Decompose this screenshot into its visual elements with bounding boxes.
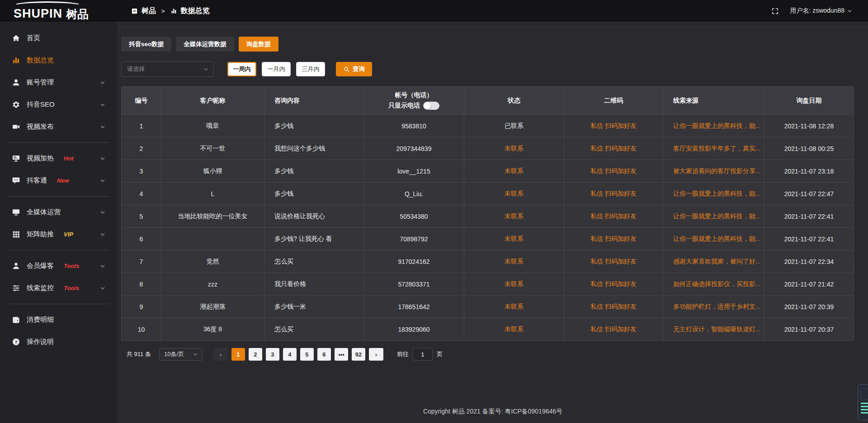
fullscreen-icon[interactable]	[771, 7, 779, 15]
cell-account: Q_Liu.	[364, 183, 464, 205]
page-button-2[interactable]: 2	[249, 348, 262, 361]
jump-page-input[interactable]	[413, 348, 433, 361]
qr-actions-link[interactable]: 私信 扫码加好友	[590, 190, 637, 197]
qr-actions-link[interactable]: 私信 扫码加好友	[590, 122, 637, 129]
user-menu[interactable]: 用户名: zswodun88	[790, 7, 853, 15]
sidebar-item-home[interactable]: 首页	[0, 27, 118, 49]
qr-actions-link[interactable]: 私信 扫码加好友	[590, 325, 637, 333]
sidebar-item-label: 会员爆客	[27, 262, 54, 270]
cell-qrcode: 私信 扫码加好友	[564, 160, 663, 183]
cell-date: 2021-11-07 21:42	[764, 273, 854, 296]
page-button-92[interactable]: 92	[352, 348, 365, 361]
sidebar-divider	[8, 142, 109, 143]
sliders-icon	[12, 284, 20, 292]
source-link[interactable]: 让你一眼就爱上的黑科技，能...	[673, 122, 761, 129]
prev-page-button[interactable]: ‹	[213, 348, 228, 361]
source-link[interactable]: 客厅安装投影半年多了，真实...	[673, 145, 761, 152]
sidebar-divider	[8, 304, 109, 304]
period-button-0[interactable]: 一周内	[227, 62, 256, 76]
sidebar-item-video-heat[interactable]: 视频加热Hot	[0, 147, 118, 169]
sidebar-item-consume-detail[interactable]: 消费明细	[0, 309, 118, 331]
sidebar-item-omni-media[interactable]: 全媒体运营	[0, 201, 118, 223]
sidebar-item-help[interactable]: ?操作说明	[0, 331, 118, 353]
col-header-no: 编号	[122, 87, 161, 115]
sidebar-badge: VIP	[64, 231, 73, 238]
period-button-1[interactable]: 一月内	[262, 62, 291, 76]
next-page-button[interactable]: ›	[369, 348, 383, 361]
sidebar-item-douketong[interactable]: 抖客通New	[0, 169, 118, 192]
app-logo[interactable]: SHUPIN 树品	[0, 0, 118, 22]
floating-widget[interactable]	[858, 384, 868, 420]
cell-nickname: 当地比较能吃的一位美女	[161, 205, 264, 228]
cell-no: 8	[122, 273, 161, 296]
logo-text-en: SHUPIN	[14, 8, 62, 20]
sidebar-item-douyin-seo[interactable]: 抖音SEO	[0, 94, 118, 116]
cell-qrcode: 私信 扫码加好友	[564, 205, 663, 228]
sidebar-item-account-manage[interactable]: 账号管理	[0, 71, 118, 94]
cell-status: 未联系	[464, 250, 564, 273]
total-count-label: 共 911 条	[127, 350, 151, 358]
filter-select[interactable]: 请选择	[121, 61, 214, 77]
col-header-nickname: 客户昵称	[161, 87, 264, 115]
table-row: 8zzz我只看价格572803371未联系私信 扫码加好友如何正确选择投影仪，买…	[122, 273, 854, 296]
qr-actions-link[interactable]: 私信 扫码加好友	[590, 235, 637, 242]
qr-actions-link[interactable]: 私信 扫码加好友	[590, 212, 637, 220]
bar-chart-mini-icon	[170, 8, 177, 14]
page-ellipsis-button[interactable]: •••	[335, 348, 348, 361]
source-link[interactable]: 让你一眼就爱上的黑科技，能...	[673, 235, 761, 242]
source-link[interactable]: 感谢大家喜欢我家，被问了好...	[673, 258, 761, 265]
qr-actions-link[interactable]: 私信 扫码加好友	[590, 258, 637, 265]
cell-status: 未联系	[464, 228, 564, 250]
floating-widget-screen	[860, 388, 868, 400]
cell-account: love__1215	[364, 160, 464, 183]
cell-nickname: 不可一世	[161, 137, 264, 160]
source-link[interactable]: 让你一眼就爱上的黑科技，能...	[673, 190, 761, 197]
source-link[interactable]: 多功能护栏灯，适用于乡村文...	[673, 303, 761, 310]
sidebar-item-clue-monitor[interactable]: 线索监控Tools	[0, 277, 118, 299]
sidebar-item-video-publish[interactable]: 视频发布	[0, 116, 118, 138]
page-size-select[interactable]: 10条/页	[159, 348, 203, 361]
home-icon	[12, 34, 20, 42]
qr-actions-link[interactable]: 私信 扫码加好友	[590, 145, 637, 152]
page-button-6[interactable]: 6	[317, 348, 331, 361]
source-link[interactable]: 让你一眼就爱上的黑科技，能...	[673, 212, 761, 220]
sidebar: 首页数据总览账号管理抖音SEO视频发布视频加热Hot抖客通New全媒体运营矩阵助…	[0, 22, 118, 423]
sidebar-item-label: 视频加热	[27, 154, 54, 163]
source-link[interactable]: 无主灯设计，智能磁吸轨道灯...	[673, 325, 761, 333]
cell-account: 50534380	[364, 205, 464, 228]
cell-status: 未联系	[464, 318, 564, 341]
search-button[interactable]: 查询	[336, 62, 372, 76]
sidebar-divider	[8, 250, 109, 250]
col-header-source: 线索来源	[663, 87, 764, 115]
video-icon	[12, 122, 20, 131]
cell-qrcode: 私信 扫码加好友	[564, 318, 663, 341]
sidebar-item-label: 账号管理	[27, 78, 54, 87]
source-link[interactable]: 如何正确选择投影仪，买投影...	[673, 280, 761, 287]
qr-actions-link[interactable]: 私信 扫码加好友	[590, 280, 637, 287]
source-link[interactable]: 被大家追着问的客厅投影分享...	[673, 167, 761, 174]
page-button-3[interactable]: 3	[266, 348, 279, 361]
phone-only-toggle[interactable]	[423, 102, 439, 110]
sidebar-item-matrix-boost[interactable]: 矩阵助推VIP	[0, 223, 118, 245]
breadcrumb-root[interactable]: 树品	[142, 6, 156, 16]
cell-account: 9583810	[364, 115, 464, 137]
topbar-right: 用户名: zswodun88	[771, 7, 868, 15]
sidebar-item-member-baoke[interactable]: 会员爆客Tools	[0, 255, 118, 277]
page-button-1[interactable]: 1	[231, 348, 245, 361]
cell-no: 1	[122, 115, 161, 137]
tab-0[interactable]: 抖音seo数据	[121, 37, 171, 52]
table-row: 2不可一世我想问这个多少钱2097344839未联系私信 扫码加好友客厅安装投影…	[122, 137, 854, 160]
sidebar-item-data-overview[interactable]: 数据总览	[0, 49, 118, 71]
cell-no: 10	[122, 318, 161, 341]
page-button-4[interactable]: 4	[283, 348, 297, 361]
period-button-2[interactable]: 三月内	[296, 62, 325, 76]
cell-source: 让你一眼就爱上的黑科技，能...	[663, 205, 764, 228]
breadcrumb-separator: >	[161, 8, 165, 14]
page-button-5[interactable]: 5	[300, 348, 314, 361]
cell-no: 6	[122, 228, 161, 250]
tab-2[interactable]: 询盘数据	[239, 37, 278, 52]
main-content: 抖音seo数据全媒体运营数据询盘数据 请选择 一周内一月内三月内 查询 编号 客…	[118, 22, 868, 423]
tab-1[interactable]: 全媒体运营数据	[176, 37, 234, 52]
qr-actions-link[interactable]: 私信 扫码加好友	[590, 167, 637, 174]
qr-actions-link[interactable]: 私信 扫码加好友	[590, 303, 637, 310]
